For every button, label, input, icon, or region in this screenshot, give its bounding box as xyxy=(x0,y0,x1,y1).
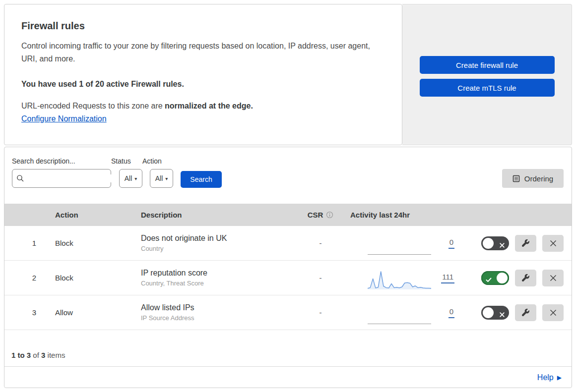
wrench-icon xyxy=(522,274,529,281)
edit-rule-button[interactable] xyxy=(515,304,536,321)
edit-rule-button[interactable] xyxy=(515,235,536,252)
rule-enabled-toggle[interactable] xyxy=(481,271,509,285)
csr-column-header: CSR xyxy=(298,211,343,219)
rule-enabled-toggle[interactable] xyxy=(481,306,509,320)
rule-csr: - xyxy=(298,308,343,317)
pagination-of: of xyxy=(33,351,39,359)
rule-priority: 3 xyxy=(4,308,54,317)
action-filter-group: Action All ▾ xyxy=(142,157,173,188)
table-row: 2 Block IP reputation score Country, Thr… xyxy=(4,261,572,295)
help-link-label: Help xyxy=(537,373,554,382)
pagination-items: items xyxy=(48,351,65,359)
firewall-rules-intro-card: Firewall rules Control incoming traffic … xyxy=(4,4,402,145)
rule-activity-cell: 0 xyxy=(343,232,462,254)
ordering-button-label: Ordering xyxy=(524,174,553,183)
header-section: Firewall rules Control incoming traffic … xyxy=(4,4,572,145)
toggle-knob xyxy=(483,238,494,249)
delete-rule-button[interactable] xyxy=(542,304,564,321)
status-filter-value: All xyxy=(125,174,132,182)
activity-count-link[interactable]: 0 xyxy=(448,238,454,249)
status-filter-group: Status All ▾ xyxy=(111,157,142,188)
activity-column-header: Activity last 24hr xyxy=(343,211,462,219)
edit-rule-button[interactable] xyxy=(515,270,536,286)
rule-description: Allow listed IPs xyxy=(141,303,298,312)
rule-action: Block xyxy=(54,239,141,247)
create-mtls-rule-button[interactable]: Create mTLS rule xyxy=(420,79,555,97)
search-icon xyxy=(16,174,24,182)
firewall-rules-table: Action Description CSR Activity last 24h… xyxy=(4,204,572,330)
action-filter-label: Action xyxy=(142,157,173,165)
action-filter-dropdown[interactable]: All ▾ xyxy=(150,169,173,188)
rule-controls xyxy=(462,270,572,286)
rule-fields: Country xyxy=(141,245,298,252)
help-bar: Help ▶ xyxy=(4,366,572,388)
rule-fields: Country, Threat Score xyxy=(141,280,298,287)
chevron-down-icon: ▾ xyxy=(165,176,168,181)
rule-enabled-toggle[interactable] xyxy=(481,236,509,250)
search-input[interactable] xyxy=(27,174,117,182)
activity-sparkline xyxy=(368,270,431,291)
create-actions-panel: Create firewall rule Create mTLS rule xyxy=(402,4,572,145)
create-firewall-rule-button[interactable]: Create firewall rule xyxy=(420,56,555,74)
normalization-prefix: URL-encoded Requests to this zone are xyxy=(21,102,165,110)
help-link[interactable]: Help ▶ xyxy=(537,373,562,382)
rule-controls xyxy=(462,235,572,252)
rule-activity-cell: 0 xyxy=(343,302,462,324)
csr-header-label: CSR xyxy=(308,211,323,219)
search-group: Search description... xyxy=(12,157,111,188)
rule-activity-cell: 111 xyxy=(343,267,462,289)
ordering-button[interactable]: Ordering xyxy=(502,169,564,188)
rule-action: Block xyxy=(54,274,141,282)
rule-csr: - xyxy=(298,274,343,282)
rule-description-cell: Allow listed IPs IP Source Address xyxy=(141,303,298,322)
action-filter-value: All xyxy=(155,174,163,182)
rule-action: Allow xyxy=(54,308,141,317)
info-icon[interactable] xyxy=(326,211,333,219)
pagination-summary: 1 to 3 of 3 items xyxy=(4,330,572,366)
page-description: Control incoming traffic to your zone by… xyxy=(21,40,379,66)
firewall-rules-list-card: Search description... Status All ▾ Actio… xyxy=(4,147,572,388)
rules-usage-text: You have used 1 of 20 active Firewall ru… xyxy=(21,80,385,89)
rule-description: Does not originate in UK xyxy=(141,234,298,243)
delete-rule-button[interactable] xyxy=(542,235,564,252)
status-filter-label: Status xyxy=(111,157,142,165)
rule-description-cell: IP reputation score Country, Threat Scor… xyxy=(141,269,298,287)
rule-description: IP reputation score xyxy=(141,269,298,278)
x-icon xyxy=(500,241,505,250)
normalization-text: URL-encoded Requests to this zone are no… xyxy=(21,102,385,111)
activity-count-link[interactable]: 0 xyxy=(448,307,454,318)
check-icon xyxy=(486,276,492,284)
toggle-knob xyxy=(497,273,508,283)
pagination-range: 1 to 3 xyxy=(11,351,31,359)
search-box[interactable] xyxy=(12,169,111,188)
chevron-down-icon: ▾ xyxy=(134,176,137,181)
table-row: 1 Block Does not originate in UK Country… xyxy=(4,226,572,261)
delete-rule-button[interactable] xyxy=(542,270,564,286)
activity-sparkline xyxy=(368,304,431,326)
close-icon xyxy=(549,309,557,317)
rule-priority: 2 xyxy=(4,274,54,282)
x-icon xyxy=(500,310,505,319)
configure-normalization-link[interactable]: Configure Normalization xyxy=(21,114,107,123)
status-filter-dropdown[interactable]: All ▾ xyxy=(119,169,142,188)
close-icon xyxy=(549,239,557,247)
wrench-icon xyxy=(522,239,529,247)
list-page-icon xyxy=(512,175,520,182)
search-label: Search description... xyxy=(12,157,111,165)
rule-csr: - xyxy=(298,239,343,247)
arrow-right-icon: ▶ xyxy=(557,374,562,381)
normalization-bold: normalized at the edge. xyxy=(165,102,253,110)
wrench-icon xyxy=(522,309,529,316)
pagination-total: 3 xyxy=(41,351,45,359)
rule-fields: IP Source Address xyxy=(141,314,298,322)
description-column-header: Description xyxy=(141,211,298,219)
activity-count-link[interactable]: 111 xyxy=(441,273,454,283)
page-title: Firewall rules xyxy=(21,20,385,32)
rule-description-cell: Does not originate in UK Country xyxy=(141,234,298,252)
search-button[interactable]: Search xyxy=(181,171,222,188)
filter-bar: Search description... Status All ▾ Actio… xyxy=(4,147,572,204)
activity-sparkline xyxy=(368,235,431,257)
action-column-header: Action xyxy=(54,211,141,219)
table-header-row: Action Description CSR Activity last 24h… xyxy=(4,204,572,226)
rule-priority: 1 xyxy=(4,239,54,247)
